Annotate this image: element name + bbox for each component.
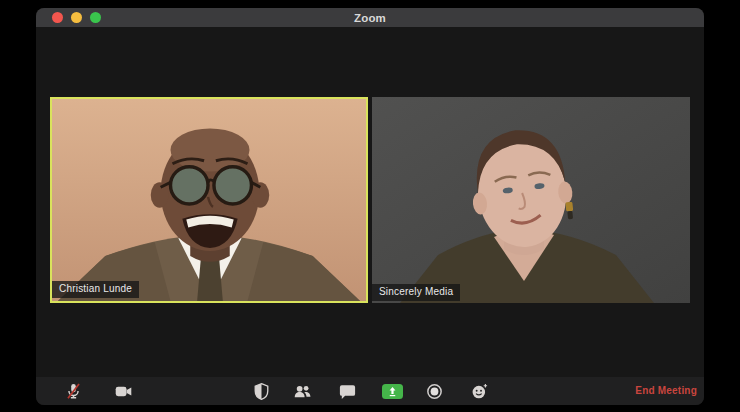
- security-shield-icon: [252, 382, 271, 401]
- fullscreen-window-button[interactable]: [90, 12, 101, 23]
- reactions-icon: [470, 382, 489, 401]
- mute-button[interactable]: [62, 380, 84, 402]
- microphone-muted-icon: [64, 382, 83, 401]
- reactions-button[interactable]: [468, 380, 490, 402]
- window-title: Zoom: [36, 12, 704, 24]
- share-screen-pill: [382, 384, 403, 399]
- chat-icon: [338, 382, 357, 401]
- participant-video-woman: [372, 97, 690, 303]
- chat-button[interactable]: [336, 380, 358, 402]
- video-button[interactable]: [112, 380, 134, 402]
- participant-video-man: [52, 99, 366, 301]
- title-bar[interactable]: Zoom: [36, 8, 704, 27]
- participant-name-label: Christian Lunde: [52, 281, 139, 298]
- record-icon: [425, 382, 444, 401]
- zoom-window: Zoom: [36, 8, 704, 405]
- record-button[interactable]: [423, 380, 445, 402]
- participant-name-label: Sincerely Media: [372, 284, 460, 301]
- screen: Zoom: [0, 0, 740, 412]
- minimize-window-button[interactable]: [71, 12, 82, 23]
- video-camera-icon: [114, 382, 133, 401]
- video-tile-active-speaker[interactable]: Christian Lunde: [50, 97, 368, 303]
- video-tile-participant[interactable]: Sincerely Media: [372, 97, 690, 303]
- security-button[interactable]: [250, 380, 272, 402]
- end-meeting-button[interactable]: End Meeting: [635, 377, 697, 405]
- meeting-toolbar: End Meeting: [36, 377, 704, 405]
- traffic-lights: [52, 8, 101, 27]
- participants-button[interactable]: [291, 380, 313, 402]
- participants-icon: [293, 382, 312, 401]
- close-window-button[interactable]: [52, 12, 63, 23]
- share-screen-button[interactable]: [381, 380, 403, 402]
- share-screen-icon: [387, 386, 398, 397]
- video-grid: Christian Lunde: [36, 27, 704, 377]
